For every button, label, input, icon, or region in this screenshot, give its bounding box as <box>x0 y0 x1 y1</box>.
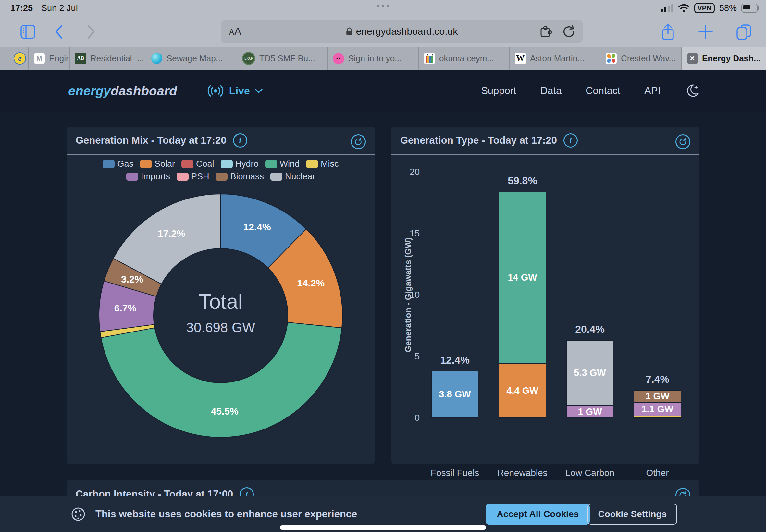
ipad-screen: 17:25 Sun 2 Jul VPN 58% <box>0 0 766 532</box>
legend-item-solar[interactable]: Solar <box>140 159 175 169</box>
tab[interactable]: e <box>8 47 29 70</box>
legend-label: Nuclear <box>285 172 315 182</box>
bar-percent-label: 20.4% <box>554 323 626 335</box>
bar-segment-other[interactable]: 1 GW <box>634 390 681 403</box>
close-tab-icon[interactable]: ✕ <box>687 53 698 64</box>
x-category-label: Fossil Fuels <box>420 468 491 478</box>
m-letter-icon: M <box>34 53 45 64</box>
y-tick-label: 15 <box>400 228 420 239</box>
pink-octopus-icon: •• <box>333 53 344 64</box>
donut-total-value: 30.698 GW <box>96 320 346 335</box>
legend-item-nuclear[interactable]: Nuclear <box>270 172 315 182</box>
legend-swatch <box>140 160 152 168</box>
y-tick-label: 5 <box>400 351 420 362</box>
cookie-icon <box>71 507 86 522</box>
nav-link-support[interactable]: Support <box>481 85 517 97</box>
water-drop-icon <box>151 53 162 64</box>
date: Sun 2 Jul <box>41 3 78 13</box>
bar-segment-renewables[interactable]: 14 GW <box>499 192 546 364</box>
url-text: energydashboard.co.uk <box>356 26 458 37</box>
legend-item-misc[interactable]: Misc <box>306 159 339 169</box>
battery-icon <box>741 4 758 13</box>
nav-link-contact[interactable]: Contact <box>586 85 620 97</box>
legend-label: Solar <box>154 159 175 169</box>
tab[interactable]: ABResidential -... <box>70 47 146 70</box>
tab[interactable] <box>0 47 8 70</box>
legend-item-coal[interactable]: Coal <box>181 159 214 169</box>
tab[interactable]: Sewage Map... <box>146 47 237 70</box>
vpn-badge: VPN <box>694 3 715 13</box>
legend-item-wind[interactable]: Wind <box>265 159 300 169</box>
cellular-signal-icon <box>661 4 674 12</box>
legend-item-gas[interactable]: Gas <box>103 159 133 169</box>
donut-slice-wind[interactable] <box>101 322 342 437</box>
tab[interactable]: L.O.FTD5 SMF Bu... <box>237 47 328 70</box>
info-icon[interactable]: i <box>233 133 247 148</box>
multitasking-dots-icon <box>377 5 389 7</box>
bar-segment-fossil-fuels[interactable]: 3.8 GW <box>432 371 479 418</box>
dark-mode-moon-icon[interactable] <box>685 83 699 98</box>
tab-overview-button[interactable] <box>734 16 754 47</box>
new-tab-button[interactable] <box>697 16 715 47</box>
bar-value-label: 4.4 GW <box>506 385 538 396</box>
nav-link-api[interactable]: API <box>644 85 661 97</box>
tab[interactable]: okuma ceym... <box>419 47 510 70</box>
slice-percent-label: 3.2% <box>121 274 143 285</box>
accept-cookies-button[interactable]: Accept All Cookies <box>486 504 590 525</box>
legend-item-psh[interactable]: PSH <box>176 172 209 182</box>
legend-label: Wind <box>280 159 300 169</box>
slice-percent-label: 12.4% <box>243 222 271 233</box>
generation-mix-card: Generation Mix - Today at 17:20 i GasSol… <box>67 127 375 464</box>
site-header: energydashboard Live SupportDataContactA… <box>0 70 766 112</box>
share-button[interactable] <box>659 16 677 47</box>
legend-swatch <box>103 160 115 168</box>
tab-title: okuma ceym... <box>439 54 494 64</box>
tab-title: Crested Wav... <box>621 54 676 64</box>
forward-button[interactable] <box>84 16 99 47</box>
sidebar-toggle-button[interactable] <box>19 16 37 47</box>
legend-label: Gas <box>117 159 133 169</box>
refresh-icon[interactable] <box>351 134 366 149</box>
legend-swatch <box>306 160 318 168</box>
tab[interactable]: Crested Wav... <box>601 47 682 70</box>
broadcast-icon <box>206 83 225 98</box>
live-selector[interactable]: Live <box>206 83 263 98</box>
address-bar[interactable]: AA energydashboard.co.uk <box>221 20 583 43</box>
card-title: Generation Mix - Today at 17:20 <box>76 135 226 146</box>
tab-active-energy-dashboard[interactable]: ✕Energy Dash... <box>682 47 766 70</box>
tab-title: Energy Dash... <box>702 54 761 64</box>
slice-percent-label: 45.5% <box>211 406 238 417</box>
legend-item-imports[interactable]: Imports <box>126 172 170 182</box>
legend-swatch <box>265 160 277 168</box>
tab[interactable]: ••Sign in to yo... <box>328 47 419 70</box>
bar-value-label: 5.3 GW <box>574 368 606 378</box>
wikipedia-w-icon: W <box>515 53 526 64</box>
cookie-settings-button[interactable]: Cookie Settings <box>588 504 677 525</box>
site-logo[interactable]: energydashboard <box>68 84 177 98</box>
legend-swatch <box>215 173 227 181</box>
legend-swatch <box>126 173 138 181</box>
bar-segment-low-carbon[interactable]: 1 GW <box>566 405 614 418</box>
bar-segment-other[interactable]: 1.1 GW <box>634 403 681 416</box>
info-icon[interactable]: i <box>564 133 578 148</box>
x-category-label: Other <box>622 468 693 478</box>
tab[interactable]: MEngir <box>29 47 70 70</box>
bar-value-label: 3.8 GW <box>439 389 471 400</box>
nav-link-data[interactable]: Data <box>541 85 562 97</box>
extensions-puzzle-icon[interactable] <box>539 24 553 39</box>
bar-percent-label: 59.8% <box>487 175 558 187</box>
back-button[interactable] <box>51 16 66 47</box>
reload-button[interactable] <box>562 24 576 39</box>
refresh-icon[interactable] <box>675 134 690 149</box>
reader-mode-button[interactable]: AA <box>229 26 241 37</box>
bar-segment-other[interactable] <box>634 416 681 418</box>
home-indicator[interactable] <box>280 525 486 530</box>
green-badge-icon: L.O.F <box>242 52 255 65</box>
bar-segment-renewables[interactable]: 4.4 GW <box>499 364 546 418</box>
legend-label: PSH <box>191 172 209 182</box>
bar-segment-low-carbon[interactable]: 5.3 GW <box>566 340 614 405</box>
legend-item-biomass[interactable]: Biomass <box>215 172 264 182</box>
legend-item-hydro[interactable]: Hydro <box>221 159 259 169</box>
tab-bar: eMEngirABResidential -...Sewage Map...L.… <box>0 47 766 70</box>
tab[interactable]: WAston Martin... <box>510 47 601 70</box>
